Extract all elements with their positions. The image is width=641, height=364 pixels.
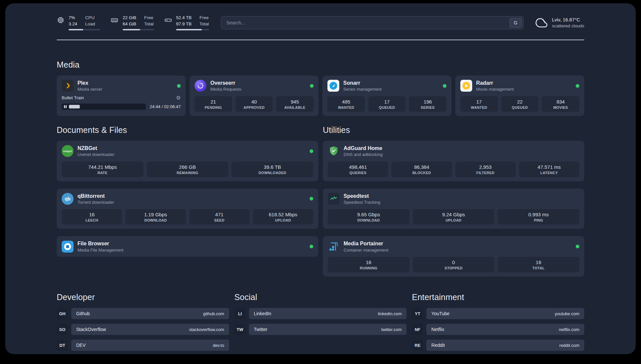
stat-value: 9.24 Gbps xyxy=(414,212,493,217)
bookmark-name: Github xyxy=(76,311,90,316)
status-dot xyxy=(576,245,579,248)
bookmark-link-youtube[interactable]: YouTube youtube.com xyxy=(426,308,584,319)
sonarr-titles: Sonarr Series management xyxy=(343,80,382,92)
stat-rate: 744.21 Mbps RATE xyxy=(62,162,143,177)
app-card-filebrowser[interactable]: File Browser Media File Management xyxy=(57,236,318,257)
overseerr-header: Overseerr Media Requests xyxy=(195,80,314,92)
bookmark-row-reddit: RE Reddit reddit.com xyxy=(412,340,584,351)
app-card-plex[interactable]: Plex Media server Bullet Train ⚙ xyxy=(57,76,186,116)
app-card-radarr[interactable]: Radarr Movie management 17 WANTED 22 QUE… xyxy=(455,76,584,116)
cpu-load-value: 3.24 xyxy=(69,21,77,27)
weather-cloud-icon xyxy=(535,16,548,29)
plex-seek-bar[interactable] xyxy=(62,104,146,110)
bookmark-link-stackoverflow[interactable]: StackOverflow stackoverflow.com xyxy=(71,324,229,335)
stat-value: 22 xyxy=(503,99,537,105)
ram-free-label: Free xyxy=(144,15,154,20)
app-card-qbittorrent[interactable]: qb qBittorrent Torrent downloader 16 xyxy=(57,189,318,229)
ram-total-value: 64 GiB xyxy=(123,21,136,27)
bookmark-link-dev[interactable]: DEV dev.to xyxy=(71,340,229,351)
stat-value: 86,384 xyxy=(393,164,450,170)
bookmark-row-dev: DT DEV dev.to xyxy=(57,340,229,351)
stat-value: 47.571 ms xyxy=(520,164,578,170)
plex-header: Plex Media server xyxy=(62,80,181,92)
bookmark-row-github: GH Github github.com xyxy=(57,308,229,319)
stat-label: PENDING xyxy=(196,106,231,109)
stat-label: APPROVED xyxy=(237,106,272,109)
youtube-icon[interactable]: YT xyxy=(412,308,423,319)
media-cards-grid: Plex Media server Bullet Train ⚙ xyxy=(57,76,584,116)
github-icon[interactable]: GH xyxy=(57,308,68,319)
status-dot xyxy=(310,84,314,88)
qbittorrent-titles: qBittorrent Torrent downloader xyxy=(77,193,114,205)
status-dot xyxy=(310,149,313,153)
cpu-values-row: 7% 3.24 CPU Load xyxy=(69,15,100,26)
stackoverflow-icon[interactable]: SO xyxy=(57,324,68,335)
stat-pending: 21 PENDING xyxy=(195,96,232,112)
bookmark-row-netflix: NF Netflix netflix.com xyxy=(412,324,584,335)
search-bar: G xyxy=(221,16,524,29)
app-subtitle: Media server xyxy=(77,87,102,92)
stat-movies: 834 MOVIES xyxy=(542,96,579,112)
stat-value: 0.993 ms xyxy=(499,212,578,217)
linkedin-icon[interactable]: LI xyxy=(234,308,246,319)
netflix-icon[interactable]: NF xyxy=(412,324,423,335)
portainer-titles: Media Portainer Container management xyxy=(344,240,388,253)
stat-label: UPLOAD xyxy=(414,218,493,222)
stat-blocked: 86,384 BLOCKED xyxy=(391,162,452,177)
dashboard-page: 7% 3.24 CPU Load xyxy=(5,3,636,354)
pause-icon[interactable] xyxy=(64,105,67,108)
search-input[interactable] xyxy=(221,16,524,29)
bookmark-link-netflix[interactable]: Netflix netflix.com xyxy=(426,324,584,335)
stat-series: 196 SERIES xyxy=(409,96,446,112)
bookmark-group-developer: Developer GH Github github.com SO StackO… xyxy=(57,292,229,354)
app-name: NZBGet xyxy=(77,145,114,151)
plex-time: 24:44 / 02:06:47 xyxy=(150,104,181,109)
stat-value: 945 xyxy=(277,99,312,105)
bookmark-name: Twitter xyxy=(254,327,267,332)
bookmark-link-linkedin[interactable]: LinkedIn linkedin.com xyxy=(249,308,407,319)
stat-value: 17 xyxy=(462,99,497,105)
ram-free-value: 22 GiB xyxy=(123,15,136,20)
section-title-utilities: Utilities xyxy=(323,125,584,135)
cpu-percent-value: 7% xyxy=(69,15,77,20)
twitter-icon[interactable]: TW xyxy=(234,324,246,335)
weather-widget: Lviv, 16.87°C scattered clouds xyxy=(535,16,584,29)
app-card-portainer[interactable]: Media Portainer Container management 16 … xyxy=(323,236,584,277)
stat-label: LATENCY xyxy=(520,171,578,175)
plex-now-playing-title: Bullet Train xyxy=(62,95,84,100)
section-title-media: Media xyxy=(57,60,584,70)
app-name: Overseerr xyxy=(210,80,241,86)
bookmark-group-social: Social LI LinkedIn linkedin.com TW Twitt… xyxy=(234,292,407,340)
stat-label: TOTAL xyxy=(499,266,578,270)
filebrowser-header: File Browser Media File Management xyxy=(62,240,313,253)
stat-queued: 22 QUEUED xyxy=(501,96,539,112)
stat-queries: 498,461 QUERIES xyxy=(328,162,388,177)
app-card-nzbget[interactable]: nzbget NZBGet Usenet downloader 744.21 M… xyxy=(57,141,318,181)
section-title-documents: Documents & Files xyxy=(57,125,318,135)
radarr-icon xyxy=(460,80,472,92)
disk-labels: Free Total xyxy=(199,15,209,26)
reddit-icon[interactable]: RE xyxy=(412,340,423,351)
stat-download: 1.19 Gbps DOWNLOAD xyxy=(125,209,186,225)
cpu-load-label: Load xyxy=(85,21,95,27)
app-card-overseerr[interactable]: Overseerr Media Requests 21 PENDING 40 A… xyxy=(190,76,319,116)
stat-value: 618.52 Mbps xyxy=(254,212,312,217)
search-engine-button[interactable]: G xyxy=(509,18,522,28)
app-card-speedtest[interactable]: Speedtest Speedtest Tracking 9.65 Gbps D… xyxy=(323,189,584,229)
app-card-adguard[interactable]: AdGuard Home DNS and adblocking 498,461 … xyxy=(323,141,584,181)
stat-value: 834 xyxy=(543,99,578,105)
bookmark-link-github[interactable]: Github github.com xyxy=(71,308,229,319)
qbittorrent-icon: qb xyxy=(62,193,74,205)
gear-icon[interactable]: ⚙ xyxy=(176,95,181,101)
bookmark-link-twitter[interactable]: Twitter twitter.com xyxy=(249,324,407,335)
bookmark-url: youtube.com xyxy=(555,311,579,316)
app-card-sonarr[interactable]: Sonarr Series management 485 WANTED 17 Q… xyxy=(322,76,451,116)
bookmark-link-reddit[interactable]: Reddit reddit.com xyxy=(426,340,584,351)
stat-wanted: 17 WANTED xyxy=(460,96,498,112)
dev-icon[interactable]: DT xyxy=(57,340,68,351)
stat-label: RUNNING xyxy=(329,266,408,270)
ram-metric: 22 GiB 64 GiB Free Total xyxy=(110,15,154,30)
sonarr-icon xyxy=(327,80,339,92)
stat-value: 17 xyxy=(370,99,405,105)
ram-total-label: Total xyxy=(144,21,154,27)
